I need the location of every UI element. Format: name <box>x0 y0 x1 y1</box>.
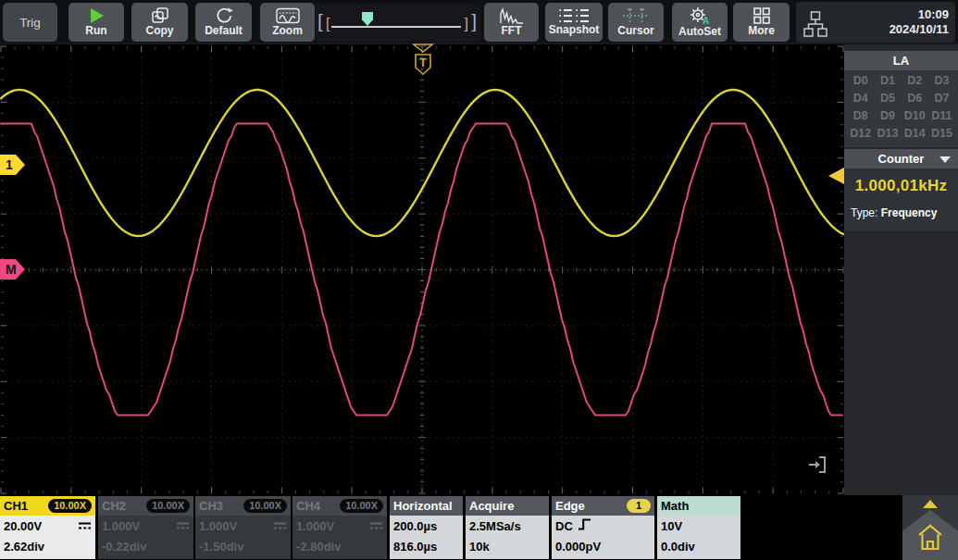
la-channel-D8[interactable]: D8 <box>847 107 874 125</box>
chevron-down-icon <box>939 156 951 163</box>
home-icon[interactable] <box>916 523 944 556</box>
ch3-name: CH3 <box>199 499 223 513</box>
zoom-button[interactable]: Zoom <box>260 3 315 42</box>
top-toolbar: Trig Run Copy Default Zoom [ [ ] ] FFT S… <box>0 0 958 44</box>
la-channel-D13[interactable]: D13 <box>874 125 901 143</box>
run-label: Run <box>85 25 106 37</box>
copy-button[interactable]: Copy <box>131 3 188 42</box>
more-button[interactable]: More <box>733 3 790 42</box>
acquire-mem-depth: 10k <box>469 538 490 556</box>
network-icon[interactable] <box>803 11 827 41</box>
ch4-status-box[interactable]: CH4 10.00X 1.000V -2.80div <box>292 496 387 559</box>
trig-button[interactable]: Trig <box>3 3 57 42</box>
zoom-label: Zoom <box>272 25 303 37</box>
collapse-display-icon[interactable] <box>807 454 827 479</box>
ch1-flag-label: 1 <box>6 157 13 172</box>
la-channel-D12[interactable]: D12 <box>847 125 874 143</box>
la-channel-D10[interactable]: D10 <box>902 107 928 125</box>
default-label: Default <box>205 25 243 37</box>
la-panel-header[interactable]: LA <box>844 51 958 70</box>
la-channel-D9[interactable]: D9 <box>874 107 901 125</box>
trigger-position-slider[interactable]: [ [ ] ] <box>316 3 480 42</box>
math-status-box[interactable]: Math 10V 0.0div <box>657 496 740 559</box>
la-channel-D7[interactable]: D7 <box>928 90 955 107</box>
autoset-label: AutoSet <box>678 26 721 38</box>
acquire-status-box[interactable]: Acquire 2.5MSa/s 10k <box>466 496 549 559</box>
counter-panel: Counter 1.000,01kHz Type: Frequency <box>844 149 958 230</box>
horizontal-timebase: 200.0µs <box>393 517 437 536</box>
ch1-name: CH1 <box>4 499 28 513</box>
fft-button[interactable]: FFT <box>484 3 539 42</box>
ch3-probe-badge: 10.00X <box>243 499 287 513</box>
la-channel-D11[interactable]: D11 <box>928 107 955 125</box>
zoom-icon <box>276 7 300 24</box>
dc-coupling-icon <box>176 517 190 536</box>
right-sidebar: LA D0D1D2D3D4D5D6D7D8D9D10D11D12D13D14D1… <box>844 44 958 495</box>
more-label: More <box>748 25 775 37</box>
ch2-status-box[interactable]: CH2 10.00X 1.000V -0.22div <box>98 496 193 559</box>
cursor-icon <box>622 7 650 24</box>
horizontal-title: Horizontal <box>393 499 453 513</box>
svg-text:A: A <box>703 16 709 25</box>
trigger-status-box[interactable]: Edge 1 DC 0.000pV <box>552 496 654 559</box>
math-scale: 10V <box>661 517 682 536</box>
la-channel-D2[interactable]: D2 <box>902 72 928 90</box>
ch1-status-box[interactable]: CH1 10.00X 20.00V 2.62div <box>0 496 95 559</box>
slider-track[interactable] <box>331 26 461 28</box>
collapse-up-icon[interactable] <box>923 500 938 508</box>
counter-value: 1.000,01kHz <box>844 177 958 195</box>
trigger-position-marker[interactable] <box>362 12 373 26</box>
fft-icon <box>500 7 524 24</box>
la-channel-D6[interactable]: D6 <box>902 90 928 107</box>
la-channel-D0[interactable]: D0 <box>847 72 874 90</box>
snapshot-icon <box>558 8 590 23</box>
graticule-grid <box>1 46 843 493</box>
counter-title: Counter <box>878 152 925 166</box>
horizontal-status-box[interactable]: Horizontal 200.0µs 816.0µs <box>390 496 463 559</box>
bottom-status-bar: CH1 10.00X 20.00V 2.62div CH2 10.00X 1.0… <box>0 495 958 560</box>
counter-panel-header[interactable]: Counter <box>844 149 958 168</box>
dc-coupling-icon <box>78 517 92 536</box>
ch3-scale: 1.000V <box>199 517 237 536</box>
svg-text:T: T <box>419 56 427 69</box>
ch2-scale: 1.000V <box>102 517 140 536</box>
trigger-coupling: DC <box>555 517 573 536</box>
run-icon <box>87 7 106 24</box>
la-channel-D4[interactable]: D4 <box>847 90 874 107</box>
dc-coupling-icon <box>273 517 287 536</box>
la-channel-D15[interactable]: D15 <box>928 125 955 143</box>
slider-inner-right-bracket: ] <box>465 13 468 35</box>
snapshot-button[interactable]: Snapshot <box>545 3 603 42</box>
ch3-status-box[interactable]: CH3 10.00X 1.000V -1.50div <box>195 496 291 559</box>
la-channel-D1[interactable]: D1 <box>874 72 901 90</box>
math-flag-label: M <box>6 262 17 277</box>
counter-type-row: Type: Frequency <box>844 206 958 219</box>
trigger-time-marker[interactable]: T <box>410 43 436 81</box>
cursor-button[interactable]: Cursor <box>608 3 664 42</box>
horizontal-position: 816.0µs <box>393 538 437 556</box>
waveform-display[interactable]: T 1 M <box>0 44 844 495</box>
trigger-level-arrow[interactable] <box>828 168 844 184</box>
counter-body: 1.000,01kHz Type: Frequency <box>844 168 958 230</box>
acquire-sample-rate: 2.5MSa/s <box>469 517 521 536</box>
trig-label: Trig <box>19 17 41 29</box>
default-button[interactable]: Default <box>195 3 252 42</box>
run-button[interactable]: Run <box>68 3 124 42</box>
counter-type-label: Type: <box>851 206 877 219</box>
la-channel-D3[interactable]: D3 <box>928 72 955 90</box>
ch1-probe-badge: 10.00X <box>48 499 92 513</box>
la-title: LA <box>893 54 909 68</box>
clock-date: 2024/10/11 <box>890 22 949 37</box>
la-panel: LA D0D1D2D3D4D5D6D7D8D9D10D11D12D13D14D1… <box>844 51 958 147</box>
rising-edge-icon <box>578 517 591 536</box>
la-channel-D5[interactable]: D5 <box>874 90 901 107</box>
la-channel-D14[interactable]: D14 <box>902 125 928 143</box>
copy-icon <box>150 7 170 24</box>
dc-coupling-icon <box>369 517 383 536</box>
autoset-button[interactable]: A AutoSet <box>672 3 728 42</box>
copy-label: Copy <box>146 25 174 37</box>
waveform-canvas[interactable] <box>0 44 844 495</box>
math-offset: 0.0div <box>661 538 695 556</box>
home-panel[interactable] <box>902 495 958 560</box>
ch4-scale: 1.000V <box>296 517 334 536</box>
